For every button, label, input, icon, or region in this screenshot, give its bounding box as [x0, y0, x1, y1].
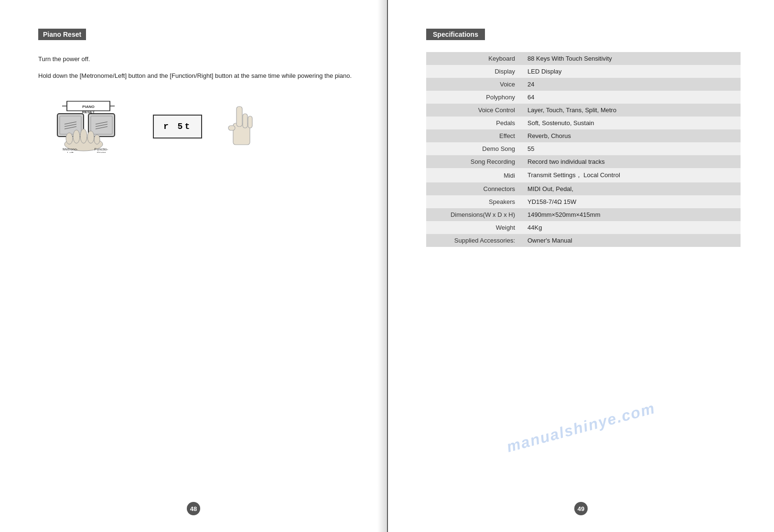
table-row: PedalsSoft, Sostenuto, Sustain — [426, 117, 741, 129]
spec-value: 1490mm×520mm×415mm — [522, 208, 741, 221]
spec-label: Display — [426, 65, 522, 78]
svg-text:Left: Left — [67, 151, 74, 153]
spec-label: Keyboard — [426, 52, 522, 65]
spec-value: 44Kg — [522, 221, 741, 234]
table-row: EffectReverb, Chorus — [426, 129, 741, 142]
hand-pointer-illus — [221, 102, 259, 151]
svg-point-22 — [94, 135, 100, 144]
table-row: MidiTransmit Settings， Local Control — [426, 168, 741, 182]
hand-pointer-svg — [221, 102, 259, 149]
svg-text:PIANO: PIANO — [82, 105, 94, 109]
spec-value: Owner's Manual — [522, 234, 741, 247]
spec-label: Weight — [426, 221, 522, 234]
instruction-1: Turn the power off. — [38, 54, 354, 64]
specs-table: Keyboard88 Keys With Touch SensitivityDi… — [426, 52, 741, 247]
svg-point-21 — [87, 131, 94, 143]
spec-value: 24 — [522, 78, 741, 91]
svg-point-19 — [73, 130, 80, 143]
table-row: Polyphony64 — [426, 91, 741, 104]
spec-value: YD158-7/4Ω 15W — [522, 195, 741, 208]
table-row: Dimensions(W x D x H)1490mm×520mm×415mm — [426, 208, 741, 221]
spec-value: Soft, Sostenuto, Sustain — [522, 117, 741, 129]
svg-rect-28 — [236, 106, 242, 127]
spec-label: Connectors — [426, 182, 522, 195]
svg-point-18 — [66, 133, 73, 144]
table-row: Keyboard88 Keys With Touch Sensitivity — [426, 52, 741, 65]
spec-label: Effect — [426, 129, 522, 142]
spec-label: Supplied Accessories: — [426, 234, 522, 247]
page-number-right: 49 — [574, 502, 588, 515]
display-box: r 5t — [153, 115, 202, 138]
table-row: Supplied Accessories:Owner's Manual — [426, 234, 741, 247]
table-row: SpeakersYD158-7/4Ω 15W — [426, 195, 741, 208]
table-row: Song RecordingRecord two individual trac… — [426, 155, 741, 168]
instruction-2: Hold down the [Metronome/Left] button an… — [38, 71, 354, 81]
spec-label: Polyphony — [426, 91, 522, 104]
spec-label: Song Recording — [426, 155, 522, 168]
section-title-right: Specifications — [426, 29, 485, 40]
spec-value: 64 — [522, 91, 741, 104]
table-row: Voice ControlLayer, Touch, Trans, Split,… — [426, 104, 741, 117]
svg-rect-30 — [248, 116, 252, 128]
spec-value: 55 — [522, 142, 741, 155]
table-row: Demo Song55 — [426, 142, 741, 155]
spec-label: Demo Song — [426, 142, 522, 155]
spec-value: Reverb, Chorus — [522, 129, 741, 142]
page-number-left: 48 — [187, 502, 200, 515]
page-container: Piano Reset Turn the power off. Hold dow… — [0, 0, 774, 532]
svg-text:Right: Right — [97, 151, 106, 153]
spec-value: 88 Keys With Touch Sensitivity — [522, 52, 741, 65]
watermark: manualshinye.com — [505, 399, 657, 456]
table-row: DisplayLED Display — [426, 65, 741, 78]
spec-label: Voice — [426, 78, 522, 91]
svg-point-20 — [80, 129, 87, 143]
piano-illus-svg: PIANO RESET — [53, 100, 134, 153]
section-title-left: Piano Reset — [38, 29, 86, 40]
spec-value: Layer, Touch, Trans, Split, Metro — [522, 104, 741, 117]
spec-label: Pedals — [426, 117, 522, 129]
spec-label: Voice Control — [426, 104, 522, 117]
table-row: Weight44Kg — [426, 221, 741, 234]
svg-rect-29 — [243, 114, 247, 128]
table-row: ConnectorsMIDI Out, Pedal, — [426, 182, 741, 195]
diagram-area: PIANO RESET — [53, 100, 354, 153]
piano-buttons-illus: PIANO RESET — [53, 100, 134, 153]
spec-value: MIDI Out, Pedal, — [522, 182, 741, 195]
spec-value: Record two individual tracks — [522, 155, 741, 168]
left-page: Piano Reset Turn the power off. Hold dow… — [0, 0, 387, 532]
right-page: Specifications Keyboard88 Keys With Touc… — [387, 0, 774, 532]
spec-label: Dimensions(W x D x H) — [426, 208, 522, 221]
spec-value: Transmit Settings， Local Control — [522, 168, 741, 182]
table-row: Voice24 — [426, 78, 741, 91]
svg-rect-31 — [228, 126, 235, 130]
spec-label: Midi — [426, 168, 522, 182]
spec-label: Speakers — [426, 195, 522, 208]
spec-value: LED Display — [522, 65, 741, 78]
